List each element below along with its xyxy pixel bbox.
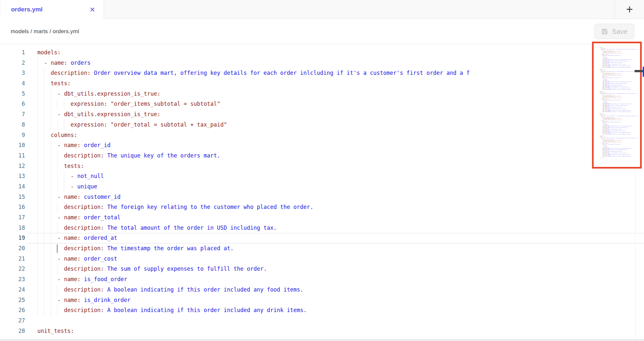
code-line[interactable]: 19 - name: ordered_at — [0, 233, 644, 243]
code-line[interactable]: 18 description: The total amount of the … — [0, 223, 644, 233]
indent-guide-icon — [37, 99, 38, 109]
code-text: - dbt_utils.expression_is_true: — [37, 111, 161, 117]
code-text: - name: order_id — [37, 142, 110, 148]
pane-resize-indicator — [643, 67, 644, 77]
code-line-content: - name: customer_id — [27, 192, 644, 202]
code-line[interactable]: 22 description: The sum of supply expens… — [0, 264, 644, 274]
tab-orders-yml[interactable]: orders.yml ✕ — [0, 0, 104, 19]
line-number[interactable]: 21 — [0, 254, 27, 264]
code-line[interactable]: 13 - not_null — [0, 171, 644, 182]
code-line[interactable]: 28unit_tests: — [0, 326, 644, 336]
code-line[interactable]: 5 - dbt_utils.expression_is_true: — [0, 89, 644, 99]
code-line[interactable]: 11 description: The unique key of the or… — [0, 151, 644, 161]
code-line[interactable]: 12 tests: — [0, 161, 644, 171]
code-line[interactable]: 26 description: A boolean indicating if … — [0, 305, 644, 316]
code-text: tests: — [37, 80, 71, 87]
code-line-content: - name: order_id — [27, 140, 644, 151]
code-line[interactable]: 6 expression: "order_items_subtotal = su… — [0, 99, 644, 109]
code-line[interactable]: 23 - name: is_food_order — [0, 274, 644, 285]
pane-resize-handle[interactable] — [635, 70, 643, 72]
indent-guide-icon — [57, 264, 58, 274]
code-line-content: - name: ordered_at — [27, 233, 644, 243]
line-number[interactable]: 17 — [0, 212, 27, 223]
indent-guide-icon — [44, 171, 44, 182]
indent-guide-icon — [44, 192, 44, 202]
code-line[interactable]: 21 - name: order_cost — [0, 254, 644, 264]
close-icon[interactable]: ✕ — [89, 6, 95, 13]
indent-guide-icon — [37, 254, 38, 264]
indent-guide-icon — [37, 68, 38, 78]
code-line[interactable]: 1models: — [0, 48, 644, 58]
breadcrumb: models / marts / orders.yml — [11, 28, 79, 35]
line-number[interactable]: 3 — [0, 68, 27, 78]
code-text: description: Order overview data mart, o… — [37, 70, 470, 76]
line-number[interactable]: 15 — [0, 192, 27, 202]
line-number[interactable]: 5 — [0, 89, 27, 99]
code-line-content: - name: order_cost — [27, 254, 644, 264]
line-number[interactable]: 25 — [0, 295, 27, 306]
minimap-line: description: Order overview data mart, o… — [599, 49, 639, 49]
line-number[interactable]: 19 — [0, 233, 27, 243]
line-number[interactable]: 28 — [0, 326, 27, 336]
line-number[interactable]: 27 — [0, 316, 27, 326]
code-line-content: - dbt_utils.expression_is_true: — [27, 109, 644, 120]
code-line-content: tests: — [27, 78, 644, 89]
code-text: - name: orders — [37, 60, 91, 66]
code-line[interactable]: 27 — [0, 316, 644, 326]
line-number[interactable]: 9 — [0, 130, 27, 141]
line-number[interactable]: 12 — [0, 161, 27, 171]
line-number[interactable]: 10 — [0, 140, 27, 151]
code-editor[interactable]: 1models:2 - name: orders3 description: O… — [0, 44, 644, 341]
minimap-highlight-box[interactable]: models: - name: orders description: Orde… — [592, 42, 642, 169]
line-number[interactable]: 24 — [0, 285, 27, 295]
indent-guide-icon — [57, 223, 58, 233]
line-number[interactable]: 18 — [0, 223, 27, 233]
line-number[interactable]: 13 — [0, 171, 27, 182]
code-line[interactable]: 17 - name: order_total — [0, 212, 644, 223]
indent-guide-icon — [44, 233, 44, 243]
indent-guide-icon — [37, 151, 38, 161]
code-line[interactable]: 10 - name: order_id — [0, 140, 644, 151]
line-number[interactable]: 23 — [0, 274, 27, 285]
save-icon — [601, 28, 608, 35]
indent-guide-icon — [57, 202, 58, 212]
minimap[interactable]: models: - name: orders description: Orde… — [594, 43, 640, 167]
code-line[interactable]: 16 description: The foreign key relating… — [0, 202, 644, 212]
new-tab-button[interactable]: + — [615, 0, 644, 19]
code-line-content: description: The foreign key relating to… — [27, 202, 644, 212]
code-line[interactable]: 24 description: A boolean indicating if … — [0, 285, 644, 295]
code-line[interactable]: 20 description: The timestamp the order … — [0, 243, 644, 254]
editor-bottom-strip — [0, 339, 644, 341]
line-number[interactable]: 1 — [0, 48, 27, 58]
line-number[interactable]: 2 — [0, 58, 27, 68]
line-number[interactable]: 16 — [0, 202, 27, 212]
save-button[interactable]: Save — [594, 24, 634, 39]
code-line[interactable]: 7 - dbt_utils.expression_is_true: — [0, 109, 644, 120]
code-text: columns: — [37, 132, 77, 138]
line-number[interactable]: 11 — [0, 151, 27, 161]
code-line-content: - name: order_total — [27, 212, 644, 223]
line-number[interactable]: 26 — [0, 305, 27, 316]
code-line[interactable]: 25 - name: is_drink_order — [0, 295, 644, 306]
code-line[interactable]: 4 tests: — [0, 78, 644, 89]
line-number[interactable]: 6 — [0, 99, 27, 109]
code-line[interactable]: 8 expression: "order_total = subtotal + … — [0, 120, 644, 130]
line-number[interactable]: 8 — [0, 120, 27, 130]
line-number[interactable]: 4 — [0, 78, 27, 89]
code-line[interactable]: 2 - name: orders — [0, 58, 644, 68]
code-line[interactable]: 3 description: Order overview data mart,… — [0, 68, 644, 78]
code-line[interactable]: 15 - name: customer_id — [0, 192, 644, 202]
indent-guide-icon — [37, 109, 38, 120]
code-line-content — [27, 316, 644, 326]
code-line[interactable]: 9 columns: — [0, 130, 644, 141]
code-text: description: The total amount of the ord… — [37, 225, 277, 231]
code-line-content: description: Order overview data mart, o… — [27, 68, 644, 78]
line-number[interactable]: 22 — [0, 264, 27, 274]
line-number[interactable]: 14 — [0, 182, 27, 192]
code-line[interactable]: 14 - unique — [0, 182, 644, 192]
line-number[interactable]: 20 — [0, 243, 27, 254]
code-text: description: A boolean indicating if thi… — [37, 286, 303, 293]
line-number[interactable]: 7 — [0, 109, 27, 120]
indent-guide-icon — [44, 140, 44, 151]
indent-guide-icon — [44, 295, 44, 306]
